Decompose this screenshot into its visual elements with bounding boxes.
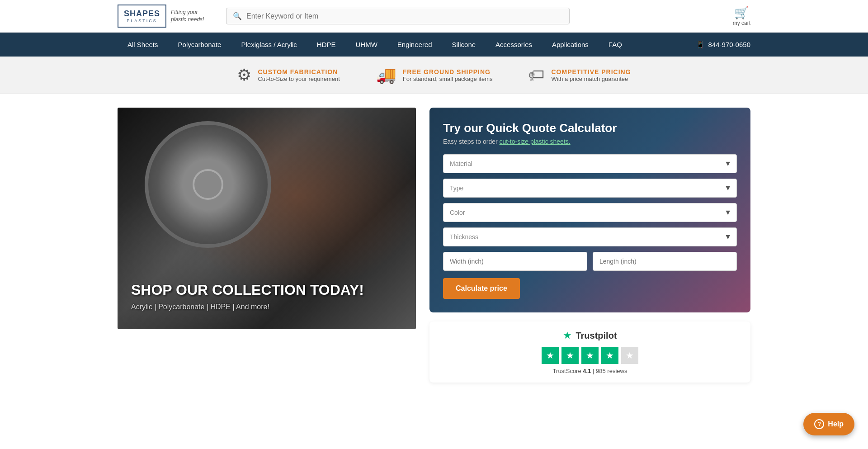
length-input[interactable]: [593, 252, 737, 271]
feature-text-shipping: FREE GROUND SHIPPING For standard, small…: [403, 68, 493, 82]
material-select-wrapper: Material ▼: [443, 154, 737, 173]
shipping-subtitle: For standard, small package items: [403, 76, 493, 82]
pricing-subtitle: With a price match guarantee: [551, 76, 631, 82]
quick-quote-section: Try our Quick Quote Calculator Easy step…: [429, 108, 750, 383]
trustscore-value: 4.1: [583, 368, 591, 374]
dimensions-row: [443, 252, 737, 271]
calculate-price-button[interactable]: Calculate price: [443, 278, 520, 299]
color-select-wrapper: Color ▼: [443, 203, 737, 222]
thickness-select[interactable]: Thickness: [443, 227, 737, 246]
tp-star-2: ★: [561, 347, 579, 364]
cart-label: my cart: [733, 20, 750, 26]
logo-shapes: SHAPES: [124, 9, 160, 19]
nav-item-plexiglass-acrylic[interactable]: Plexiglass / Acrylic: [231, 33, 307, 57]
feature-free-shipping: 🚚 FREE GROUND SHIPPING For standard, sma…: [376, 66, 493, 85]
nav-item-polycarbonate[interactable]: Polycarbonate: [168, 33, 231, 57]
tp-star-5: ★: [621, 347, 638, 364]
fabrication-icon: ⚙: [237, 66, 251, 85]
header: SHAPES PLASTICS Fitting your plastic nee…: [0, 0, 868, 33]
hero-overlay: SHOP OUR COLLECTION TODAY! Acrylic | Pol…: [118, 268, 416, 329]
feature-custom-fabrication: ⚙ CUSTOM FABRICATION Cut-to-Size to your…: [237, 66, 340, 85]
nav-item-engineered[interactable]: Engineered: [387, 33, 442, 57]
type-select[interactable]: Type: [443, 179, 737, 198]
main-content: SHOP OUR COLLECTION TODAY! Acrylic | Pol…: [0, 94, 868, 396]
shipping-icon: 🚚: [376, 66, 396, 85]
nav-item-accessories[interactable]: Accessories: [486, 33, 542, 57]
features-bar: ⚙ CUSTOM FABRICATION Cut-to-Size to your…: [0, 57, 868, 94]
reviews-suffix: reviews: [607, 368, 627, 374]
trustpilot-score: TrustScore 4.1 | 985 reviews: [438, 368, 742, 374]
hero-subtitle-text: Acrylic | Polycarbonate | HDPE | And mor…: [131, 303, 269, 311]
fabrication-title: CUSTOM FABRICATION: [258, 68, 340, 76]
nav-item-all-sheets[interactable]: All Sheets: [118, 33, 168, 57]
fabrication-subtitle: Cut-to-Size to your requirement: [258, 76, 340, 82]
type-select-wrapper: Type ▼: [443, 179, 737, 198]
shipping-title: FREE GROUND SHIPPING: [403, 68, 493, 76]
tp-star-1: ★: [542, 347, 559, 364]
reviews-count: 985: [596, 368, 606, 374]
logo-plastics: PLASTICS: [127, 19, 157, 23]
search-input[interactable]: [246, 12, 563, 20]
hero-title: SHOP OUR COLLECTION TODAY!: [131, 282, 402, 298]
saw-blade-decoration: [145, 121, 271, 248]
feature-text-pricing: COMPETITIVE PRICING With a price match g…: [551, 68, 631, 82]
thickness-select-wrapper: Thickness ▼: [443, 227, 737, 246]
tp-star-4: ★: [601, 347, 618, 364]
pricing-title: COMPETITIVE PRICING: [551, 68, 631, 76]
main-nav: All Sheets Polycarbonate Plexiglass / Ac…: [0, 33, 868, 57]
trustpilot-star-icon: ★: [563, 330, 572, 341]
quote-subtitle-text: Easy steps to order: [443, 138, 500, 145]
color-select[interactable]: Color: [443, 203, 737, 222]
feature-competitive-pricing: 🏷 COMPETITIVE PRICING With a price match…: [528, 66, 631, 85]
nav-item-faq[interactable]: FAQ: [599, 33, 632, 57]
quote-title: Try our Quick Quote Calculator: [443, 121, 737, 135]
search-icon: 🔍: [233, 12, 242, 20]
cart-icon: 🛒: [734, 6, 749, 20]
nav-item-silicone[interactable]: Silicone: [442, 33, 486, 57]
nav-phone[interactable]: 📱 844-970-0650: [696, 40, 750, 49]
hero-subtitle: Acrylic | Polycarbonate | HDPE | And mor…: [131, 303, 402, 311]
quote-card: Try our Quick Quote Calculator Easy step…: [429, 108, 750, 312]
trustscore-label: TrustScore: [553, 368, 581, 374]
material-select[interactable]: Material: [443, 154, 737, 173]
phone-number: 844-970-0650: [708, 41, 750, 48]
quote-subtitle-link[interactable]: cut-to-size plastic sheets.: [500, 138, 571, 145]
logo-box: SHAPES PLASTICS: [118, 5, 166, 28]
trustpilot-stars: ★ ★ ★ ★ ★: [438, 347, 742, 364]
tp-star-3: ★: [581, 347, 599, 364]
pricing-icon: 🏷: [528, 66, 545, 85]
width-input[interactable]: [443, 252, 587, 271]
phone-icon: 📱: [696, 40, 705, 49]
quote-subtitle: Easy steps to order cut-to-size plastic …: [443, 138, 737, 145]
trustpilot-section: ★ Trustpilot ★ ★ ★ ★ ★ TrustScore 4.1 | …: [429, 321, 750, 383]
search-bar[interactable]: 🔍: [226, 8, 570, 24]
logo-tagline: Fitting your plastic needs!: [171, 9, 204, 23]
nav-item-applications[interactable]: Applications: [542, 33, 599, 57]
nav-item-uhmw[interactable]: UHMW: [346, 33, 387, 57]
feature-text-fabrication: CUSTOM FABRICATION Cut-to-Size to your r…: [258, 68, 340, 82]
logo-area[interactable]: SHAPES PLASTICS Fitting your plastic nee…: [118, 5, 217, 28]
cart-area[interactable]: 🛒 my cart: [733, 6, 750, 26]
trustpilot-header: ★ Trustpilot: [438, 330, 742, 341]
nav-item-hdpe[interactable]: HDPE: [307, 33, 346, 57]
trustpilot-name: Trustpilot: [576, 331, 617, 341]
hero-image: SHOP OUR COLLECTION TODAY! Acrylic | Pol…: [118, 108, 416, 329]
